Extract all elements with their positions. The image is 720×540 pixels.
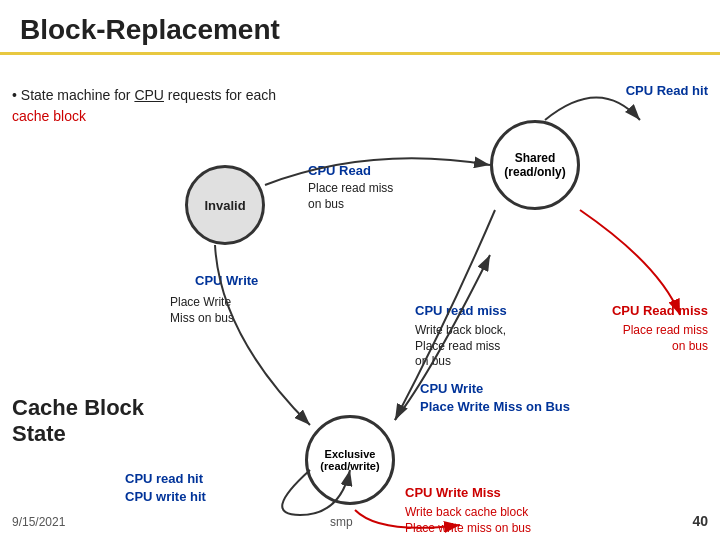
cache-block-state-label: Cache BlockState — [12, 395, 144, 448]
write-back-cache-block-label: Write back cache blockPlace write miss o… — [405, 505, 531, 536]
bullet-text: • State machine for CPU requests for eac… — [12, 85, 276, 127]
page-number: 40 — [692, 513, 708, 529]
cpu-read-hit-top-label: CPU Read hit — [626, 83, 708, 98]
cpu-read-label: CPU Read — [308, 163, 371, 178]
page-title: Block-Replacement — [0, 0, 720, 46]
shared-node: Shared(read/only) — [490, 120, 580, 210]
write-back-block-label: Write back block,Place read misson bus — [415, 323, 506, 370]
place-read-miss-right-label: Place read misson bus — [623, 323, 708, 354]
exclusive-node: Exclusive(read/write) — [305, 415, 395, 505]
smp-label: smp — [330, 515, 353, 529]
place-write-miss-label: Place WriteMiss on bus — [170, 295, 234, 326]
cpu-write-place-label: CPU WritePlace Write Miss on Bus — [420, 380, 570, 416]
cpu-write-miss-label: CPU Write Miss — [405, 485, 501, 502]
cpu-write-label: CPU Write — [195, 273, 258, 288]
cpu-read-miss-right-label: CPU Read miss — [612, 303, 708, 320]
cpu-read-hit-write-hit-label: CPU read hitCPU write hit — [125, 470, 206, 506]
cpu-read-miss-center-label: CPU read miss — [415, 303, 507, 320]
date-label: 9/15/2021 — [12, 515, 65, 529]
place-read-miss-label: Place read misson bus — [308, 181, 393, 212]
invalid-node: Invalid — [185, 165, 265, 245]
